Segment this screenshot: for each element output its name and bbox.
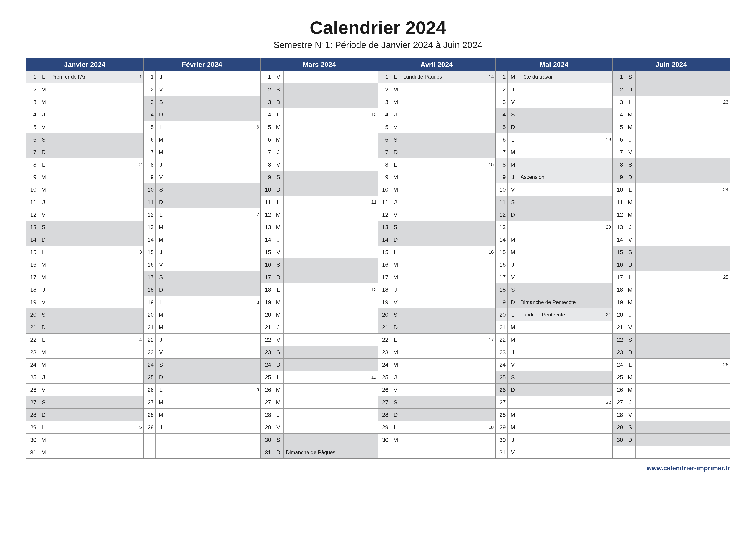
day-number: 3 — [613, 96, 625, 108]
day-number: 15 — [378, 246, 391, 258]
day-row: 10M — [26, 183, 143, 196]
day-of-week: S — [273, 83, 284, 96]
day-of-week: J — [273, 234, 284, 246]
day-row: 3S — [144, 96, 260, 108]
week-number: 22 — [606, 400, 611, 405]
day-number: 22 — [613, 333, 625, 346]
day-note — [166, 83, 260, 96]
day-row: 15V — [261, 246, 378, 258]
day-note — [284, 308, 378, 321]
week-number: 8 — [256, 300, 259, 305]
day-number: 8 — [378, 158, 391, 171]
day-of-week: M — [508, 234, 519, 246]
day-number: 20 — [496, 308, 508, 321]
day-number: 17 — [496, 271, 508, 283]
day-number: 25 — [26, 371, 39, 383]
day-of-week: J — [508, 258, 519, 271]
day-number: 22 — [496, 333, 508, 346]
day-number: 19 — [496, 296, 508, 308]
day-note — [166, 446, 260, 459]
day-note — [166, 96, 260, 108]
day-number: 25 — [261, 371, 273, 383]
day-note — [636, 209, 730, 221]
day-row: 8L15 — [378, 158, 495, 171]
day-number: 11 — [261, 196, 273, 208]
day-note: 4 — [49, 333, 143, 346]
day-number: 17 — [261, 271, 273, 283]
day-row: 11D — [144, 196, 260, 208]
day-note — [284, 234, 378, 246]
day-note — [166, 283, 260, 296]
day-of-week — [156, 446, 166, 459]
day-row: 13S — [378, 221, 495, 233]
day-of-week — [625, 446, 636, 459]
day-note: 11 — [284, 196, 378, 208]
day-of-week: S — [391, 221, 401, 233]
day-of-week: M — [391, 358, 401, 371]
day-row: 1LPremier de l'An1 — [26, 70, 143, 83]
day-number: 5 — [26, 121, 39, 133]
day-note — [401, 446, 495, 459]
day-of-week: V — [273, 246, 284, 258]
day-of-week: M — [625, 108, 636, 121]
day-note — [636, 308, 730, 321]
day-number: 5 — [261, 121, 273, 133]
day-row: 13M — [261, 221, 378, 233]
day-note — [49, 308, 143, 321]
week-number: 26 — [723, 362, 728, 367]
day-of-week: M — [391, 96, 401, 108]
day-note-text: Dimanche de Pentecôte — [521, 300, 576, 305]
day-row: 2M — [378, 83, 495, 96]
day-number: 27 — [261, 396, 273, 408]
day-of-week: L — [156, 209, 166, 221]
day-row: 14D — [378, 233, 495, 246]
day-number: 19 — [144, 296, 156, 308]
day-of-week: S — [156, 96, 166, 108]
day-row: 30S — [261, 434, 378, 446]
day-number: 9 — [261, 171, 273, 183]
day-row: 5M — [613, 121, 730, 133]
day-of-week: V — [39, 383, 49, 396]
day-note — [49, 296, 143, 308]
day-row: 21D — [26, 321, 143, 333]
day-row: 18J — [378, 283, 495, 296]
day-of-week: V — [625, 234, 636, 246]
day-note — [49, 183, 143, 196]
day-row: 26D — [496, 383, 612, 396]
day-of-week: M — [39, 258, 49, 271]
day-of-week: M — [39, 83, 49, 96]
day-number: 23 — [613, 346, 625, 358]
day-number: 15 — [613, 246, 625, 258]
day-row: 2S — [261, 83, 378, 96]
day-note: Lundi de Pentecôte21 — [519, 308, 612, 321]
day-row: 12D — [496, 208, 612, 221]
day-number: 27 — [496, 396, 508, 408]
day-note — [636, 196, 730, 208]
day-of-week: L — [508, 221, 519, 233]
day-note — [49, 133, 143, 146]
day-of-week: V — [508, 446, 519, 459]
day-row: 10D — [261, 183, 378, 196]
day-note — [636, 221, 730, 233]
day-row: 15L3 — [26, 246, 143, 258]
day-of-week: L — [39, 70, 49, 83]
day-note — [519, 209, 612, 221]
day-number: 30 — [613, 434, 625, 446]
day-number: 31 — [26, 446, 39, 459]
day-number: 19 — [26, 296, 39, 308]
day-note — [49, 396, 143, 408]
day-of-week: M — [39, 346, 49, 358]
day-number: 21 — [613, 321, 625, 333]
day-of-week: M — [273, 121, 284, 133]
day-of-week: M — [625, 283, 636, 296]
day-of-week: V — [156, 171, 166, 183]
day-of-week: M — [156, 133, 166, 146]
month-column: Mai 20241MFête du travail2J3V4S5D6L197M8… — [496, 58, 613, 459]
day-row: 4D — [144, 108, 260, 121]
day-number: 22 — [261, 333, 273, 346]
day-of-week: M — [39, 171, 49, 183]
week-number: 5 — [139, 425, 142, 430]
day-number: 4 — [261, 108, 273, 121]
footer-link: www.calendrier-imprimer.fr — [26, 465, 730, 472]
day-number: 21 — [144, 321, 156, 333]
